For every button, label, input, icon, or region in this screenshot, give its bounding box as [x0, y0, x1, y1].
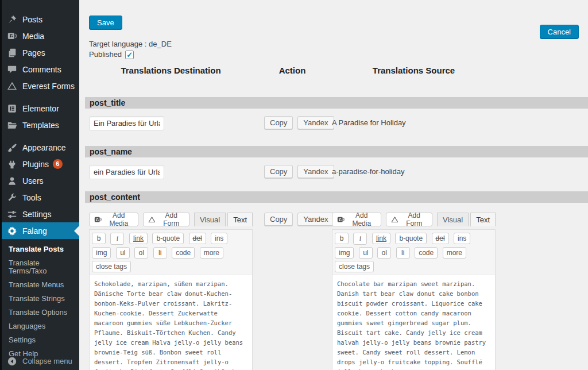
post-title-destination-input[interactable]	[89, 116, 164, 130]
media-icon	[7, 31, 17, 41]
qt-blockquote-button[interactable]: b-quote	[152, 233, 184, 244]
sidebar-item-posts[interactable]: Posts	[2, 11, 79, 28]
sidebar-item-everest-forms[interactable]: Everest Forms	[2, 78, 79, 94]
copy-button[interactable]: Copy	[264, 116, 293, 129]
sidebar-item-label: Media	[22, 32, 44, 41]
sidebar-item-falang[interactable]: Falang	[2, 222, 79, 239]
cancel-button[interactable]: Cancel	[540, 25, 579, 39]
menu-separator	[2, 94, 79, 100]
qt-ul-button[interactable]: ul	[116, 247, 130, 259]
submenu-item-translate-menus[interactable]: Translate Menus	[2, 278, 79, 292]
sliders-icon	[7, 209, 17, 219]
source-editor: Add Media Add Form Visual Text b i link …	[332, 213, 496, 370]
post-name-source-value: a-paradise-for-holiday	[332, 165, 496, 176]
sidebar-item-label: Pages	[22, 48, 45, 57]
pages-icon	[7, 48, 17, 58]
submenu-item-translate-strings[interactable]: Translate Strings	[2, 292, 79, 306]
qt-more-button[interactable]: more	[200, 247, 223, 259]
qt-blockquote-button[interactable]: b-quote	[395, 233, 427, 244]
tab-text[interactable]: Text	[227, 213, 253, 226]
qt-link-button[interactable]: link	[372, 233, 390, 244]
admin-sidebar: Posts Media Pages Comments Everest Forms	[0, 0, 79, 370]
section-heading-post-name: post_name	[85, 146, 588, 157]
qt-link-button[interactable]: link	[129, 233, 148, 244]
copy-button[interactable]: Copy	[264, 213, 293, 226]
sidebar-item-elementor[interactable]: Elementor	[2, 100, 79, 117]
qt-del-button[interactable]: del	[189, 233, 206, 244]
qt-li-button[interactable]: li	[396, 247, 410, 259]
quicktags-toolbar: b i link b-quote del ins img ul ol li co…	[332, 230, 495, 275]
qt-close-tags-button[interactable]: close tags	[335, 261, 374, 272]
submenu-item-settings[interactable]: Settings	[2, 333, 79, 347]
sidebar-item-settings[interactable]: Settings	[2, 206, 79, 222]
qt-close-tags-button[interactable]: close tags	[92, 261, 131, 272]
everest-forms-icon	[7, 81, 17, 91]
add-media-button[interactable]: Add Media	[89, 213, 138, 226]
tab-text[interactable]: Text	[470, 213, 496, 226]
sidebar-item-pages[interactable]: Pages	[2, 44, 79, 61]
sidebar-item-media[interactable]: Media	[2, 28, 79, 44]
add-form-button[interactable]: Add Form	[143, 213, 189, 226]
destination-content-textarea[interactable]: Schokolade, marzipan, süßen marzipan. Dä…	[90, 275, 252, 370]
qt-li-button[interactable]: li	[153, 247, 167, 259]
sidebar-item-label: Posts	[22, 15, 42, 24]
section-heading-post-title: post_title	[85, 97, 588, 109]
sidebar-item-templates[interactable]: Templates	[2, 117, 79, 133]
copy-button[interactable]: Copy	[264, 165, 293, 178]
yandex-translate-button[interactable]: Yandex	[297, 116, 334, 129]
qt-img-button[interactable]: img	[335, 247, 354, 259]
tab-visual[interactable]: Visual	[437, 213, 469, 226]
sidebar-item-tools[interactable]: Tools	[2, 189, 79, 206]
media-icon	[94, 215, 102, 224]
source-content-textarea[interactable]: Chocolate bar marzipan sweet marzipan. D…	[332, 275, 495, 370]
sidebar-item-label: Templates	[22, 121, 59, 130]
qt-bold-button[interactable]: b	[335, 233, 349, 244]
sidebar-item-label: Comments	[22, 65, 61, 74]
sidebar-item-comments[interactable]: Comments	[2, 61, 79, 78]
tab-visual[interactable]: Visual	[194, 213, 226, 226]
submenu-item-translate-posts[interactable]: Translate Posts	[2, 242, 79, 256]
target-language-label: Target language : de_DE	[89, 40, 588, 49]
post-title-source-value: A Paradise for Holiday	[332, 116, 496, 127]
sidebar-item-label: Users	[22, 176, 44, 186]
add-form-button[interactable]: Add Form	[386, 213, 432, 226]
submenu-item-languages[interactable]: Languages	[2, 319, 79, 333]
sidebar-item-appearance[interactable]: Appearance	[2, 139, 79, 156]
plugin-icon	[7, 159, 17, 169]
sidebar-item-label: Tools	[22, 193, 41, 202]
elementor-icon	[7, 103, 17, 114]
qt-italic-button[interactable]: i	[353, 233, 367, 245]
published-checkbox[interactable]: ✓	[125, 51, 134, 59]
qt-ul-button[interactable]: ul	[359, 247, 373, 259]
everest-forms-icon	[391, 215, 399, 224]
menu-separator	[2, 133, 79, 139]
add-media-button[interactable]: Add Media	[332, 213, 381, 226]
qt-ins-button[interactable]: ins	[211, 233, 227, 244]
qt-more-button[interactable]: more	[443, 247, 466, 259]
translation-meta: Target language : de_DE Published ✓	[79, 40, 588, 59]
submenu-item-translate-options[interactable]: Translate Options	[2, 306, 79, 319]
qt-bold-button[interactable]: b	[92, 233, 106, 244]
yandex-translate-button[interactable]: Yandex	[297, 213, 334, 226]
update-count-badge: 6	[53, 159, 63, 169]
qt-img-button[interactable]: img	[92, 247, 111, 259]
post-content-actions: Copy Yandex	[264, 213, 320, 226]
sidebar-item-plugins[interactable]: Plugins 6	[2, 156, 79, 172]
sidebar-item-users[interactable]: Users	[2, 172, 79, 189]
qt-del-button[interactable]: del	[432, 233, 449, 244]
post-content-row: Add Media Add Form Visual Text b i link …	[79, 213, 588, 370]
yandex-translate-button[interactable]: Yandex	[297, 165, 334, 178]
qt-code-button[interactable]: code	[172, 247, 195, 259]
qt-ol-button[interactable]: ol	[134, 247, 148, 259]
qt-code-button[interactable]: code	[415, 247, 438, 259]
quicktags-toolbar: b i link b-quote del ins img ul ol li co…	[90, 230, 252, 275]
collapse-menu-button[interactable]: Collapse menu	[2, 352, 79, 370]
qt-ins-button[interactable]: ins	[454, 233, 470, 244]
media-icon	[337, 215, 345, 224]
submenu-item-translate-terms[interactable]: Translate Terms/Taxo	[2, 256, 79, 278]
post-name-destination-input[interactable]	[89, 165, 164, 179]
qt-ol-button[interactable]: ol	[377, 247, 391, 259]
save-button[interactable]: Save	[89, 16, 122, 30]
falang-submenu: Translate Posts Translate Terms/Taxo Tra…	[2, 239, 79, 365]
qt-italic-button[interactable]: i	[110, 233, 124, 245]
